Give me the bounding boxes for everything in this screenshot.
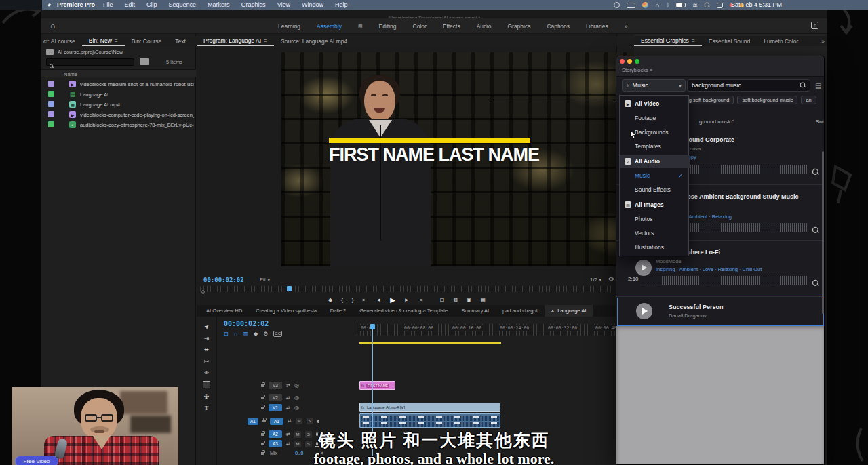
add-marker-icon[interactable]: ◆ [254, 331, 258, 337]
source-patch-a1[interactable]: A1 [248, 418, 258, 425]
mark-in-icon[interactable]: { [341, 297, 343, 303]
bluetooth-icon[interactable]: ᛒ [666, 2, 669, 8]
linked-selection-icon[interactable]: ▥ [243, 331, 248, 337]
track-badge-v3[interactable]: V3 [269, 382, 282, 389]
menubar-clock[interactable]: Sat Feb 4 5:31 PM [731, 1, 782, 8]
workspace-tab-learning[interactable]: Learning [278, 23, 300, 30]
menu-item-music-selected[interactable]: Music [635, 172, 650, 179]
apple-icon[interactable] [46, 2, 52, 9]
wifi-icon[interactable]: ≋ [692, 2, 698, 9]
spotlight-search-icon[interactable] [704, 2, 710, 8]
control-center-icon[interactable] [717, 3, 723, 8]
mute-button[interactable]: M [296, 418, 302, 424]
toggle-track-output-icon[interactable]: ◎ [294, 395, 299, 401]
new-bin-icon[interactable] [140, 58, 149, 65]
lock-icon[interactable] [261, 384, 264, 387]
sequence-tab[interactable]: Summary AI [454, 305, 496, 317]
photos-icon[interactable] [642, 2, 648, 8]
project-item-name[interactable]: Language AI [80, 92, 108, 98]
menu-item-sound-effects[interactable]: Sound Effects [635, 186, 671, 193]
lock-icon[interactable] [261, 397, 264, 399]
insert-nest-icon[interactable]: ⊡ [224, 331, 229, 337]
sync-lock-icon[interactable]: ⇄ [286, 395, 290, 401]
label-color-chip[interactable] [48, 121, 54, 127]
chip-suggestion[interactable]: an [801, 96, 816, 104]
workspace-tab-captions[interactable]: Captions [547, 23, 570, 30]
go-to-in-icon[interactable]: ⇤ [363, 297, 368, 303]
project-item-name[interactable]: videoblocks-medium-shot-of-a-humanoid-ro… [80, 81, 194, 87]
extract-icon[interactable]: ⊠ [453, 297, 458, 303]
menu-item-illustrations[interactable]: Illustrations [635, 244, 664, 251]
keyboard-icon[interactable] [627, 3, 635, 8]
project-row[interactable]: ▶ videoblocks-computer-code-playing-on-l… [41, 109, 196, 119]
workspace-tab-effects[interactable]: Effects [443, 23, 460, 30]
tab-source-monitor[interactable]: Source: Language AI.mp4 [274, 36, 354, 46]
track-select-forward-tool-icon[interactable]: ⇥ [204, 335, 210, 342]
close-tab-icon[interactable]: × [551, 308, 554, 314]
workspace-menu-icon[interactable]: ▤ [358, 24, 363, 29]
sequence-tab[interactable]: Generated video & creating a Template [353, 305, 454, 317]
captions-icon[interactable]: CC [273, 331, 282, 337]
menu-item-all-images[interactable]: All Images [635, 201, 664, 208]
timeline-settings-wrench-icon[interactable]: ⚙ [263, 331, 268, 337]
track-tags[interactable]: Inspiring · Ambient · Love · Relaxing · … [656, 266, 762, 272]
waveform-preview[interactable] [642, 276, 808, 285]
sequence-tab[interactable]: Creating a Video synthesia [249, 305, 323, 317]
zoom-level-dropdown[interactable]: 1/2 ▾ [590, 277, 601, 283]
menu-item-photos[interactable]: Photos [635, 216, 652, 222]
name-column-header[interactable]: Name [41, 69, 196, 77]
search-icon[interactable] [800, 83, 806, 89]
menu-item-vectors[interactable]: Vectors [635, 230, 654, 237]
audio-clip-language-ai[interactable] [359, 413, 500, 428]
play-preview-button[interactable] [636, 303, 652, 319]
toggle-track-output-icon[interactable]: ◎ [294, 405, 299, 411]
workspace-tab-editing[interactable]: Editing [379, 23, 397, 30]
solo-button[interactable]: S [307, 418, 313, 424]
track-badge-a1[interactable]: A1 [270, 418, 283, 425]
graphic-clip-first-name[interactable]: FIRST NAME fx [359, 381, 395, 390]
sequence-tab[interactable]: Dalle 2 [323, 305, 353, 317]
tab-essential-sound[interactable]: Essential Sound [702, 36, 757, 46]
zoom-window-button[interactable] [635, 59, 639, 64]
program-video-frame[interactable]: 2023 FIRST NAME LAST NAME [281, 52, 653, 266]
work-area-bar[interactable] [359, 342, 501, 344]
lock-icon[interactable] [261, 407, 264, 409]
window-titlebar[interactable]: /Users/ngiang/Downloads/AI course.prproj… [41, 10, 827, 18]
timeline-ruler[interactable]: 00:00 00:00:08:00 00:00:16:00 00:00:24:0… [357, 324, 634, 336]
voice-over-record-icon[interactable] [317, 420, 319, 423]
step-forward-icon[interactable]: ► [404, 297, 410, 303]
find-similar-icon[interactable] [812, 280, 819, 287]
project-search-input[interactable] [46, 58, 134, 66]
snap-icon[interactable]: ∩ [234, 331, 238, 337]
play-button-icon[interactable]: ▶ [390, 296, 395, 304]
monitor-settings-wrench-icon[interactable]: ⚙ [608, 275, 614, 283]
program-timecode[interactable]: 00:00:02:02 [203, 277, 244, 283]
close-window-button[interactable] [620, 59, 625, 64]
view-options-grid-icon[interactable]: ▤ [815, 82, 821, 89]
storyblocks-titlebar[interactable]: Storyblocks ≡ [616, 56, 825, 77]
headphones-icon[interactable]: ∩ [655, 2, 659, 9]
add-marker-icon[interactable]: ◆ [328, 297, 332, 303]
find-similar-icon[interactable] [812, 169, 819, 176]
battery-icon[interactable] [676, 3, 686, 7]
menu-item-footage[interactable]: Footage [635, 115, 656, 121]
sort-label[interactable]: Sort [816, 119, 825, 125]
tab-program-monitor[interactable]: Program: Language AI≡ [197, 36, 274, 46]
workspace-tab-audio[interactable]: Audio [477, 23, 492, 30]
music-result-row-selected[interactable]: Successful Person Danail Draganov [617, 298, 824, 326]
play-preview-button[interactable] [635, 260, 652, 276]
menu-clip[interactable]: Clip [146, 1, 157, 8]
home-icon[interactable]: ⌂ [50, 21, 55, 31]
menu-sequence[interactable]: Sequence [169, 1, 197, 8]
menu-item-backgrounds[interactable]: Backgrounds [635, 129, 669, 136]
timeline-timecode[interactable]: 00:00:02:02 [224, 320, 269, 327]
track-artist[interactable]: nova [690, 146, 701, 152]
chip-suggestion[interactable]: soft background music [737, 96, 797, 104]
workspace-tab-libraries[interactable]: Libraries [586, 23, 608, 30]
rectangle-tool-icon[interactable] [203, 381, 210, 388]
sync-lock-icon[interactable]: ⇄ [286, 405, 290, 411]
lock-icon[interactable] [262, 420, 266, 422]
workspace-tab-assembly[interactable]: Assembly [317, 23, 342, 30]
project-item-name[interactable]: Language AI.mp4 [80, 102, 120, 108]
selection-tool-icon[interactable]: ➤ [202, 323, 210, 331]
